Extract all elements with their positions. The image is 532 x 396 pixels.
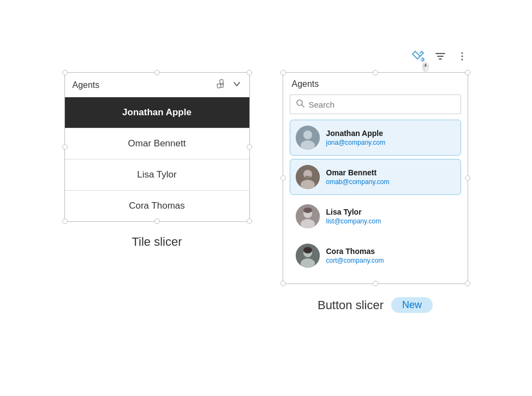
agent-card-omar[interactable]: Omar Bennett omab@company.com bbox=[290, 159, 461, 195]
tile-item-omar[interactable]: Omar Bennett bbox=[65, 128, 249, 159]
button-slicer-wrapper: 🖱️ bbox=[283, 72, 468, 313]
agent-email-cora: cort@company.com bbox=[326, 257, 384, 264]
svg-point-26 bbox=[303, 247, 312, 253]
toolbar-icons: 🖱️ bbox=[409, 47, 471, 66]
avatar-lisa bbox=[296, 204, 320, 228]
bs-handle-bot-mid[interactable] bbox=[373, 281, 378, 286]
handle-top-mid[interactable] bbox=[154, 70, 160, 75]
bs-handle-mid-left[interactable] bbox=[280, 175, 286, 181]
bs-handle-mid-right[interactable] bbox=[465, 175, 470, 181]
avatar-cora bbox=[296, 244, 320, 268]
handle-top-left[interactable] bbox=[62, 70, 68, 75]
search-bar[interactable] bbox=[290, 94, 461, 114]
svg-point-22 bbox=[303, 208, 312, 213]
agent-name-omar: Omar Bennett bbox=[326, 168, 390, 177]
tile-item-lisa[interactable]: Lisa Tylor bbox=[65, 159, 249, 190]
svg-line-11 bbox=[302, 105, 304, 107]
more-options-button[interactable] bbox=[453, 47, 471, 66]
tile-slicer-wrapper: Agents bbox=[64, 72, 250, 249]
bs-handle-bot-right[interactable] bbox=[465, 281, 470, 286]
paint-bucket-button[interactable]: 🖱️ bbox=[409, 47, 428, 66]
search-input[interactable] bbox=[309, 100, 455, 109]
handle-top-right[interactable] bbox=[247, 70, 252, 75]
button-slicer-label: Button slicer New bbox=[318, 297, 433, 313]
bs-handle-top-mid[interactable] bbox=[373, 70, 378, 75]
agent-info-lisa: Lisa Tylor list@company.com bbox=[326, 208, 381, 225]
main-container: Agents bbox=[64, 72, 468, 313]
cursor-hand-icon: 🖱️ bbox=[420, 62, 431, 72]
agent-name-cora: Cora Thomas bbox=[326, 247, 384, 256]
agent-card-lisa[interactable]: Lisa Tylor list@company.com bbox=[290, 198, 461, 234]
button-slicer-label-text: Button slicer bbox=[318, 298, 384, 312]
eraser-icon[interactable] bbox=[214, 77, 227, 92]
agent-info-omar: Omar Bennett omab@company.com bbox=[326, 168, 390, 186]
tile-item-cora[interactable]: Cora Thomas bbox=[65, 190, 249, 221]
tile-item-jonathan[interactable]: Jonathan Apple bbox=[65, 97, 249, 128]
button-slicer-frame: Agents bbox=[283, 72, 468, 284]
agent-email-lisa: list@company.com bbox=[326, 217, 381, 225]
tile-header: Agents bbox=[65, 73, 249, 97]
tile-slicer-label: Tile slicer bbox=[131, 235, 182, 249]
filter-button[interactable] bbox=[431, 47, 450, 66]
agent-info-jonathan: Jonathan Apple jona@company.com bbox=[326, 129, 386, 146]
bs-handle-top-left[interactable] bbox=[280, 70, 286, 75]
handle-bot-left[interactable] bbox=[62, 218, 68, 224]
avatar-jonathan bbox=[296, 126, 320, 150]
agent-name-jonathan: Jonathan Apple bbox=[326, 129, 386, 138]
svg-point-8 bbox=[461, 56, 463, 57]
new-badge: New bbox=[391, 297, 433, 313]
agent-card-cora[interactable]: Cora Thomas cort@company.com bbox=[290, 238, 461, 274]
svg-rect-17 bbox=[305, 176, 310, 179]
agent-name-lisa: Lisa Tylor bbox=[326, 208, 381, 216]
svg-line-2 bbox=[220, 84, 220, 87]
handle-mid-right[interactable] bbox=[247, 144, 252, 150]
agent-card-jonathan[interactable]: Jonathan Apple jona@company.com bbox=[290, 120, 461, 156]
handle-bot-right[interactable] bbox=[247, 218, 252, 224]
search-icon bbox=[296, 99, 304, 110]
handle-bot-mid[interactable] bbox=[154, 218, 160, 224]
svg-point-7 bbox=[461, 52, 463, 54]
button-slicer-outer: 🖱️ bbox=[283, 72, 468, 284]
agent-email-jonathan: jona@company.com bbox=[326, 139, 386, 146]
tile-header-icons bbox=[216, 78, 242, 92]
tile-slicer-frame: Agents bbox=[64, 72, 250, 222]
agent-email-omar: omab@company.com bbox=[326, 178, 390, 186]
agent-info-cora: Cora Thomas cort@company.com bbox=[326, 247, 384, 264]
bs-handle-top-right[interactable] bbox=[465, 70, 470, 75]
bs-handle-bot-left[interactable] bbox=[280, 281, 286, 286]
tile-header-title: Agents bbox=[73, 80, 100, 90]
avatar-omar bbox=[296, 165, 320, 189]
svg-point-13 bbox=[303, 131, 312, 139]
handle-mid-left[interactable] bbox=[62, 144, 68, 150]
bs-header-title: Agents bbox=[290, 79, 461, 89]
svg-point-9 bbox=[461, 59, 463, 61]
chevron-down-icon[interactable] bbox=[232, 79, 242, 91]
